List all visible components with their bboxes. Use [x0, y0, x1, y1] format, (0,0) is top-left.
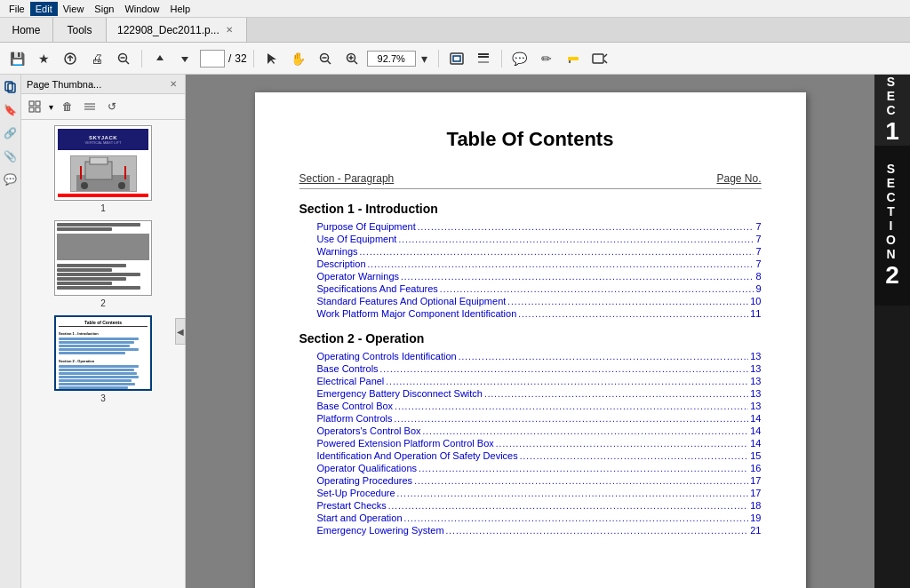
- fit-page-button[interactable]: [445, 47, 468, 70]
- zoom-dropdown-button[interactable]: ▾: [418, 47, 432, 70]
- toc-entry[interactable]: Powered Extension Platform Control Box..…: [317, 438, 762, 449]
- thumbnail-page-3[interactable]: Table of Contents Section 1 - Introducti…: [27, 315, 180, 403]
- side-icon-bookmark[interactable]: 🔖: [2, 101, 20, 119]
- svg-rect-19: [568, 57, 579, 60]
- toc-entry[interactable]: Description.............................…: [317, 258, 762, 269]
- pdf-area: Table Of Contents Section - Paragraph Pa…: [186, 75, 874, 588]
- scroll-mode-button[interactable]: [472, 47, 495, 70]
- toc-header-section: Section - Paragraph: [299, 172, 395, 185]
- tab-close-button[interactable]: ✕: [223, 24, 235, 36]
- toc-entry[interactable]: Operating Controls Identification.......…: [317, 351, 762, 362]
- toc-entry[interactable]: Electrical Panel........................…: [317, 376, 762, 386]
- thumbnail-page-2[interactable]: 2: [27, 220, 180, 308]
- zoom-selector[interactable]: 92.7% ▾: [367, 47, 432, 70]
- toc-entry[interactable]: Standard Features And Optional Equipment…: [317, 296, 762, 306]
- side-icon-pages[interactable]: [2, 78, 20, 96]
- toc-entry[interactable]: Identification And Operation Of Safety D…: [317, 450, 762, 461]
- svg-rect-14: [451, 53, 463, 64]
- svg-line-22: [604, 54, 607, 57]
- thumbnail-close-button[interactable]: ✕: [167, 78, 180, 90]
- bookmark-button[interactable]: ★: [32, 47, 55, 70]
- toc-entry[interactable]: Operator Warnings.......................…: [317, 271, 762, 282]
- toc-header-page: Page No.: [716, 172, 761, 185]
- section-1-letter-c1: C: [886, 103, 898, 117]
- section-tab-1[interactable]: S E C 1: [874, 75, 910, 146]
- zoom-out-mag-button[interactable]: [112, 47, 135, 70]
- section-2-letter-s: S: [887, 162, 898, 176]
- toc-entry[interactable]: Base Controls...........................…: [317, 363, 762, 374]
- toc-entry[interactable]: Set-Up Procedure........................…: [317, 488, 762, 498]
- save-button[interactable]: 💾: [5, 47, 28, 70]
- upload-button[interactable]: [59, 47, 82, 70]
- toc-section-1-entries: Purpose Of Equipment....................…: [299, 221, 762, 319]
- tab-document[interactable]: 122908_Dec2011.p... ✕: [107, 18, 247, 42]
- toc-entry[interactable]: Operating Procedures....................…: [317, 475, 762, 486]
- toc-entry[interactable]: Start and Operation.....................…: [317, 513, 762, 523]
- toolbar-nav: [148, 47, 196, 70]
- menu-window[interactable]: Window: [119, 2, 164, 16]
- panel-collapse-button[interactable]: ◀: [175, 318, 186, 345]
- toc-entry[interactable]: Use Of Equipment........................…: [317, 234, 762, 244]
- menu-sign[interactable]: Sign: [89, 2, 119, 16]
- tab-home[interactable]: Home: [0, 18, 53, 42]
- side-icon-link[interactable]: 🔗: [2, 124, 20, 142]
- menu-edit[interactable]: Edit: [30, 2, 58, 16]
- side-icon-comment[interactable]: 💬: [2, 171, 20, 188]
- highlight-button[interactable]: [562, 47, 585, 70]
- zoom-in-button[interactable]: [340, 47, 363, 70]
- main-area: 🔖 🔗 📎 💬 Page Thumbna... ✕ ▾ 🗑 ↺: [0, 75, 910, 588]
- section-tab-2[interactable]: S E C T I O N 2: [874, 146, 910, 306]
- section-1-letter-s: S: [887, 75, 898, 89]
- next-page-button[interactable]: [173, 47, 196, 70]
- toolbar: 💾 ★ 🖨 3 / 32 ✋ 92.7% ▾ 💬 ✏: [0, 43, 910, 75]
- toc-entry[interactable]: Purpose Of Equipment....................…: [317, 221, 762, 232]
- svg-line-2: [126, 60, 130, 64]
- toc-entry[interactable]: Specifications And Features.............…: [317, 283, 762, 294]
- prev-page-button[interactable]: [148, 47, 172, 70]
- zoom-value[interactable]: 92.7%: [367, 51, 416, 67]
- thumbnail-title-area: Page Thumbna...: [27, 79, 101, 90]
- svg-rect-29: [36, 107, 40, 112]
- tab-bar: Home Tools 122908_Dec2011.p... ✕: [0, 18, 910, 43]
- section-1-letter-e1: E: [887, 89, 898, 103]
- more-tools-button[interactable]: [588, 47, 611, 70]
- svg-rect-16: [478, 53, 489, 55]
- thumb-grid2-button[interactable]: [80, 97, 100, 116]
- toc-entry[interactable]: Emergency Lowering System...............…: [317, 525, 762, 536]
- section-tab-2-num: 2: [885, 261, 899, 290]
- toc-entry[interactable]: Warnings................................…: [317, 246, 762, 257]
- thumb-trash-button[interactable]: 🗑: [58, 97, 77, 116]
- cursor-tool-button[interactable]: [260, 47, 283, 70]
- toc-section-2-entries: Operating Controls Identification.......…: [299, 351, 762, 536]
- svg-rect-37: [118, 182, 125, 189]
- thumb-rotate-button[interactable]: ↺: [102, 97, 122, 116]
- thumbnail-page-1[interactable]: SKYJACK VERTICAL MAST LIFT: [27, 125, 180, 213]
- toolbar-separator-2: [253, 50, 254, 68]
- toc-entry[interactable]: Base Control Box........................…: [317, 401, 762, 411]
- toc-entry[interactable]: Prestart Checks.........................…: [317, 500, 762, 511]
- toc-entry[interactable]: Operators's Control Box.................…: [317, 425, 762, 436]
- svg-marker-4: [156, 55, 164, 60]
- tab-tools[interactable]: Tools: [53, 18, 107, 42]
- toc-entry[interactable]: Emergency Battery Disconnect Switch.....…: [317, 388, 762, 399]
- side-icon-attachment[interactable]: 📎: [2, 147, 20, 165]
- comment-button[interactable]: 💬: [508, 47, 531, 70]
- toc-entry[interactable]: Platform Controls.......................…: [317, 413, 762, 424]
- menu-file[interactable]: File: [4, 2, 30, 16]
- hand-tool-button[interactable]: ✋: [287, 47, 310, 70]
- menu-view[interactable]: View: [58, 2, 90, 16]
- print-button[interactable]: 🖨: [85, 47, 108, 70]
- toc-header-row: Section - Paragraph Page No.: [299, 172, 762, 189]
- thumbnail-image-3: Table of Contents Section 1 - Introducti…: [54, 315, 152, 391]
- pen-button[interactable]: ✏: [535, 47, 558, 70]
- menu-help[interactable]: Help: [165, 2, 196, 16]
- svg-line-8: [327, 60, 331, 64]
- svg-rect-17: [478, 56, 489, 58]
- thumb-dropdown[interactable]: ▾: [47, 102, 55, 112]
- zoom-out-button[interactable]: [314, 47, 337, 70]
- toc-entry[interactable]: Work Platform Major Component Identifica…: [317, 308, 762, 319]
- svg-rect-35: [90, 157, 108, 164]
- page-number-input[interactable]: 3: [200, 50, 225, 68]
- thumb-grid-button[interactable]: [25, 97, 44, 116]
- toc-entry[interactable]: Operator Qualifications.................…: [317, 463, 762, 473]
